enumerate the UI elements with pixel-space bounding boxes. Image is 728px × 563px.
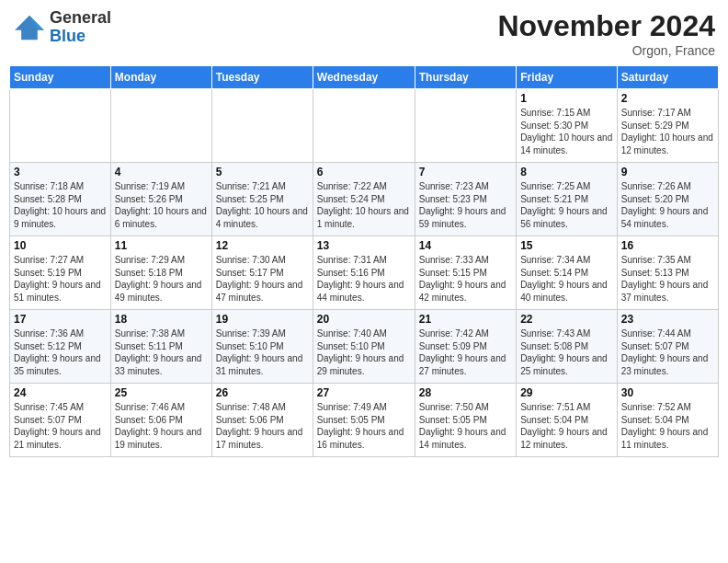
day-number: 26 — [216, 386, 309, 399]
logo: General Blue — [13, 9, 111, 46]
weekday-header-friday: Friday — [517, 66, 618, 89]
calendar-day-26: 26Sunrise: 7:48 AM Sunset: 5:06 PM Dayli… — [211, 384, 313, 457]
day-info: Sunrise: 7:29 AM Sunset: 5:18 PM Dayligh… — [115, 254, 208, 304]
day-info: Sunrise: 7:18 AM Sunset: 5:28 PM Dayligh… — [14, 180, 107, 230]
calendar-week-row: 3Sunrise: 7:18 AM Sunset: 5:28 PM Daylig… — [10, 163, 719, 236]
day-number: 8 — [520, 166, 613, 178]
calendar-empty-cell — [415, 89, 516, 163]
day-info: Sunrise: 7:30 AM Sunset: 5:17 PM Dayligh… — [216, 254, 309, 304]
day-info: Sunrise: 7:39 AM Sunset: 5:10 PM Dayligh… — [216, 327, 309, 377]
calendar-day-25: 25Sunrise: 7:46 AM Sunset: 5:06 PM Dayli… — [110, 384, 211, 457]
day-number: 22 — [520, 313, 613, 326]
calendar-day-11: 11Sunrise: 7:29 AM Sunset: 5:18 PM Dayli… — [110, 236, 211, 310]
calendar-day-15: 15Sunrise: 7:34 AM Sunset: 5:14 PM Dayli… — [517, 236, 618, 310]
day-info: Sunrise: 7:22 AM Sunset: 5:24 PM Dayligh… — [317, 180, 411, 230]
day-number: 18 — [115, 313, 208, 326]
calendar-table: SundayMondayTuesdayWednesdayThursdayFrid… — [9, 65, 719, 457]
day-info: Sunrise: 7:40 AM Sunset: 5:10 PM Dayligh… — [317, 327, 411, 377]
day-info: Sunrise: 7:52 AM Sunset: 5:04 PM Dayligh… — [621, 401, 714, 451]
day-number: 3 — [14, 166, 107, 178]
calendar-day-9: 9Sunrise: 7:26 AM Sunset: 5:20 PM Daylig… — [617, 163, 718, 236]
day-info: Sunrise: 7:43 AM Sunset: 5:08 PM Dayligh… — [520, 327, 613, 377]
calendar-day-18: 18Sunrise: 7:38 AM Sunset: 5:11 PM Dayli… — [110, 310, 211, 384]
logo-icon — [13, 14, 46, 41]
calendar-day-16: 16Sunrise: 7:35 AM Sunset: 5:13 PM Dayli… — [617, 236, 718, 310]
day-info: Sunrise: 7:48 AM Sunset: 5:06 PM Dayligh… — [216, 401, 309, 451]
day-info: Sunrise: 7:15 AM Sunset: 5:30 PM Dayligh… — [520, 107, 613, 156]
calendar-week-row: 1Sunrise: 7:15 AM Sunset: 5:30 PM Daylig… — [10, 89, 719, 163]
day-info: Sunrise: 7:42 AM Sunset: 5:09 PM Dayligh… — [419, 327, 512, 377]
calendar-day-22: 22Sunrise: 7:43 AM Sunset: 5:08 PM Dayli… — [517, 310, 618, 384]
calendar-day-3: 3Sunrise: 7:18 AM Sunset: 5:28 PM Daylig… — [10, 163, 111, 236]
weekday-header-monday: Monday — [110, 66, 211, 89]
day-info: Sunrise: 7:36 AM Sunset: 5:12 PM Dayligh… — [14, 327, 107, 377]
calendar-day-13: 13Sunrise: 7:31 AM Sunset: 5:16 PM Dayli… — [313, 236, 415, 310]
logo-general-text: General — [50, 8, 111, 27]
calendar-day-1: 1Sunrise: 7:15 AM Sunset: 5:30 PM Daylig… — [517, 89, 618, 163]
calendar-week-row: 17Sunrise: 7:36 AM Sunset: 5:12 PM Dayli… — [10, 310, 719, 384]
day-number: 28 — [419, 386, 512, 399]
day-number: 2 — [621, 92, 714, 105]
month-title: November 2024 — [497, 9, 715, 43]
calendar-day-6: 6Sunrise: 7:22 AM Sunset: 5:24 PM Daylig… — [313, 163, 415, 236]
calendar-day-7: 7Sunrise: 7:23 AM Sunset: 5:23 PM Daylig… — [415, 163, 516, 236]
calendar-day-20: 20Sunrise: 7:40 AM Sunset: 5:10 PM Dayli… — [313, 310, 415, 384]
day-info: Sunrise: 7:50 AM Sunset: 5:05 PM Dayligh… — [419, 401, 512, 451]
day-info: Sunrise: 7:44 AM Sunset: 5:07 PM Dayligh… — [621, 327, 714, 377]
calendar-week-row: 24Sunrise: 7:45 AM Sunset: 5:07 PM Dayli… — [10, 384, 719, 457]
day-info: Sunrise: 7:45 AM Sunset: 5:07 PM Dayligh… — [14, 401, 107, 451]
calendar-day-30: 30Sunrise: 7:52 AM Sunset: 5:04 PM Dayli… — [617, 384, 718, 457]
calendar-day-19: 19Sunrise: 7:39 AM Sunset: 5:10 PM Dayli… — [211, 310, 313, 384]
day-info: Sunrise: 7:34 AM Sunset: 5:14 PM Dayligh… — [520, 254, 613, 304]
day-info: Sunrise: 7:49 AM Sunset: 5:05 PM Dayligh… — [317, 401, 411, 451]
day-number: 11 — [115, 239, 208, 252]
day-number: 7 — [419, 166, 512, 178]
day-number: 27 — [317, 386, 411, 399]
day-number: 13 — [317, 239, 411, 252]
day-number: 29 — [520, 386, 613, 399]
calendar-day-2: 2Sunrise: 7:17 AM Sunset: 5:29 PM Daylig… — [617, 89, 718, 163]
calendar-day-27: 27Sunrise: 7:49 AM Sunset: 5:05 PM Dayli… — [313, 384, 415, 457]
day-number: 23 — [621, 313, 714, 326]
weekday-header-thursday: Thursday — [415, 66, 516, 89]
day-number: 15 — [520, 239, 613, 252]
weekday-header-tuesday: Tuesday — [211, 66, 313, 89]
calendar-day-14: 14Sunrise: 7:33 AM Sunset: 5:15 PM Dayli… — [415, 236, 516, 310]
calendar-day-12: 12Sunrise: 7:30 AM Sunset: 5:17 PM Dayli… — [211, 236, 313, 310]
calendar-header-row: SundayMondayTuesdayWednesdayThursdayFrid… — [10, 66, 719, 89]
calendar-day-23: 23Sunrise: 7:44 AM Sunset: 5:07 PM Dayli… — [617, 310, 718, 384]
calendar-empty-cell — [211, 89, 313, 163]
location: Orgon, France — [497, 43, 715, 58]
day-number: 6 — [317, 166, 411, 178]
calendar-empty-cell — [110, 89, 211, 163]
day-info: Sunrise: 7:33 AM Sunset: 5:15 PM Dayligh… — [419, 254, 512, 304]
calendar-empty-cell — [313, 89, 415, 163]
calendar-day-28: 28Sunrise: 7:50 AM Sunset: 5:05 PM Dayli… — [415, 384, 516, 457]
day-number: 14 — [419, 239, 512, 252]
calendar-day-21: 21Sunrise: 7:42 AM Sunset: 5:09 PM Dayli… — [415, 310, 516, 384]
day-info: Sunrise: 7:27 AM Sunset: 5:19 PM Dayligh… — [14, 254, 107, 304]
day-number: 5 — [216, 166, 309, 178]
day-number: 24 — [14, 386, 107, 399]
day-info: Sunrise: 7:19 AM Sunset: 5:26 PM Dayligh… — [115, 180, 208, 230]
day-info: Sunrise: 7:35 AM Sunset: 5:13 PM Dayligh… — [621, 254, 714, 304]
day-number: 16 — [621, 239, 714, 252]
day-number: 21 — [419, 313, 512, 326]
day-info: Sunrise: 7:26 AM Sunset: 5:20 PM Dayligh… — [621, 180, 714, 230]
day-info: Sunrise: 7:25 AM Sunset: 5:21 PM Dayligh… — [520, 180, 613, 230]
day-info: Sunrise: 7:38 AM Sunset: 5:11 PM Dayligh… — [115, 327, 208, 377]
logo-blue-text: Blue — [50, 27, 85, 45]
day-info: Sunrise: 7:31 AM Sunset: 5:16 PM Dayligh… — [317, 254, 411, 304]
day-info: Sunrise: 7:46 AM Sunset: 5:06 PM Dayligh… — [115, 401, 208, 451]
page-header: General Blue November 2024 Orgon, France — [9, 9, 719, 58]
weekday-header-sunday: Sunday — [10, 66, 111, 89]
day-info: Sunrise: 7:51 AM Sunset: 5:04 PM Dayligh… — [520, 401, 613, 451]
calendar-day-17: 17Sunrise: 7:36 AM Sunset: 5:12 PM Dayli… — [10, 310, 111, 384]
day-number: 25 — [115, 386, 208, 399]
weekday-header-saturday: Saturday — [617, 66, 718, 89]
day-number: 4 — [115, 166, 208, 178]
calendar-day-8: 8Sunrise: 7:25 AM Sunset: 5:21 PM Daylig… — [517, 163, 618, 236]
day-number: 19 — [216, 313, 309, 326]
day-number: 12 — [216, 239, 309, 252]
calendar-day-10: 10Sunrise: 7:27 AM Sunset: 5:19 PM Dayli… — [10, 236, 111, 310]
